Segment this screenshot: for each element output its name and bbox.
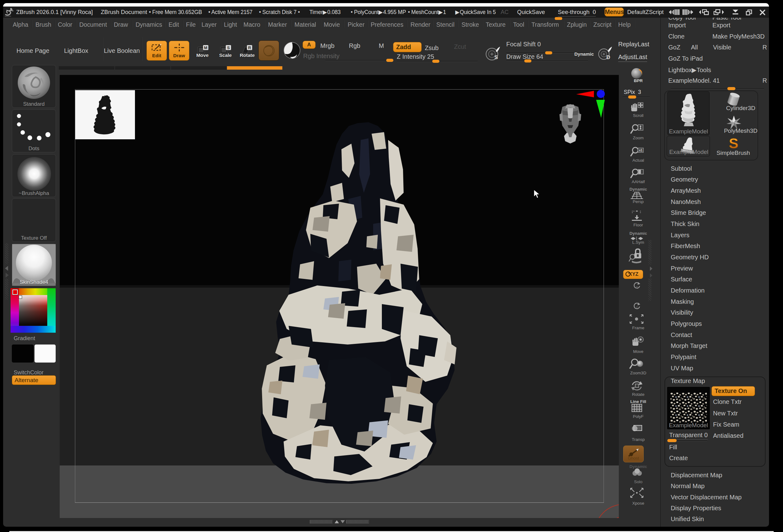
svg-text:x1: x1 (639, 149, 643, 152)
svg-text:z: z (636, 305, 638, 309)
svg-text:D: D (606, 54, 610, 60)
svg-text:M: M (204, 45, 208, 50)
svg-text:S: S (729, 136, 739, 151)
svg-text:R: R (248, 45, 251, 50)
svg-text:S: S (227, 45, 230, 50)
svg-text:y: y (636, 285, 638, 288)
svg-text:S: S (494, 54, 498, 60)
